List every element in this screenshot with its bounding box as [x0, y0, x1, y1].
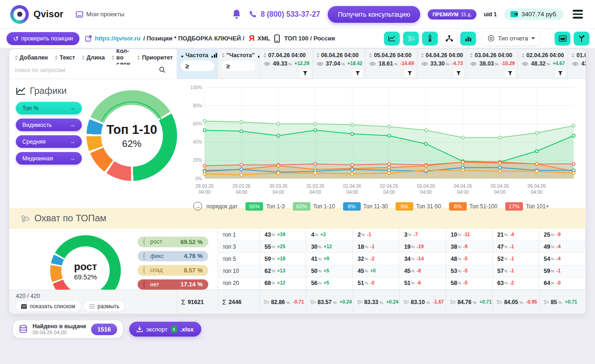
- database-icon: [19, 324, 28, 334]
- date-column-header[interactable]: 03.04.26 04:00 38.03%-10.29: [466, 49, 517, 79]
- legend-item[interactable]: 17%Топ 101+: [505, 202, 549, 211]
- yandex-icon: Я: [249, 34, 255, 43]
- frequency-quoted-filter-input[interactable]: ≥: [222, 60, 255, 71]
- sort-icon[interactable]: [181, 53, 184, 58]
- sum-frequency: Σ91621: [177, 290, 218, 314]
- coverage-section: рост69.52% рост69.52 %фикс4.76 %спад8.57…: [9, 229, 586, 290]
- date-column-header[interactable]: 07.04.26 04:00 49.33%+12.29: [259, 49, 312, 79]
- sort-icon[interactable]: [470, 53, 473, 58]
- nav-my-projects[interactable]: Мои проекты: [76, 11, 125, 18]
- svg-text:04.04.26: 04.04.26: [454, 184, 472, 189]
- date-column-header[interactable]: 05.04.26 04:00 18.61%-14.69: [365, 49, 416, 79]
- share-view-button[interactable]: [441, 32, 457, 46]
- table-header: ДобавленТекстДлинаКол-во словПриоритет Ч…: [9, 49, 586, 79]
- filter-icon[interactable]: [555, 69, 565, 77]
- chart-tab-Медианная[interactable]: Медианная→: [16, 152, 82, 165]
- date-order-icon[interactable]: →: [193, 202, 202, 211]
- scope-label: ТОП 100 / Россия: [284, 35, 335, 42]
- filter-icon[interactable]: [353, 69, 363, 77]
- sort-icon[interactable]: [137, 55, 140, 60]
- sort-icon[interactable]: [421, 53, 424, 58]
- top-row-value: 19%-19: [399, 241, 446, 253]
- phone-number[interactable]: 8 (800) 533-37-27: [249, 10, 320, 19]
- summary-row: 420 / 420 показать списком размыть Σ9162…: [9, 290, 586, 314]
- table-icon: [21, 304, 27, 309]
- sort-icon[interactable]: [317, 53, 319, 58]
- export-xlsx-button[interactable]: экспорт x .xlsx: [129, 322, 201, 337]
- top-row-value: 10%-11: [446, 229, 493, 241]
- sort-icon[interactable]: [112, 55, 114, 60]
- calendar-button[interactable]: [555, 32, 570, 46]
- top-row-value: 41%+9: [306, 253, 353, 265]
- circles-icon: [263, 299, 270, 305]
- sort-icon[interactable]: [369, 53, 372, 58]
- bell-icon[interactable]: [231, 9, 242, 20]
- fork-button[interactable]: [574, 32, 589, 46]
- arrow-right-icon: →: [70, 105, 76, 112]
- premium-badge[interactable]: ПРЕМИУМ15 д.: [428, 9, 476, 20]
- svg-text:100%: 100%: [190, 85, 202, 90]
- chart-tab-Видимость[interactable]: Видимость→: [16, 119, 82, 131]
- histogram-icon[interactable]: [212, 53, 217, 58]
- column-header[interactable]: Текст: [55, 54, 75, 61]
- chart-view-button[interactable]: [384, 32, 400, 46]
- sort-icon[interactable]: [82, 55, 85, 60]
- top-row-value: 32%-2: [353, 253, 399, 265]
- column-header[interactable]: Приоритет: [137, 54, 172, 61]
- svg-text:40%: 40%: [193, 139, 202, 145]
- top-row-value: 47%-1: [493, 241, 539, 253]
- legend-item[interactable]: 8%Топ 51-100: [449, 202, 497, 211]
- svg-text:04:00: 04:00: [198, 190, 210, 195]
- balance-pill[interactable]: 3407.74 руб.: [504, 8, 563, 20]
- positions-line-chart: 0%20%40%60%80%100%28.03.2604:0029.03.260…: [188, 84, 581, 201]
- legend-item[interactable]: 62%Топ 1-10: [293, 202, 335, 211]
- sort-icon[interactable]: [522, 53, 524, 58]
- sort-icon[interactable]: [572, 53, 575, 58]
- menu-icon[interactable]: [571, 8, 585, 20]
- legend-item[interactable]: 55%Топ 1-3: [245, 202, 284, 211]
- svg-text:28.03.26: 28.03.26: [196, 184, 214, 189]
- coverage-view-button[interactable]: [403, 32, 419, 46]
- consult-button[interactable]: Получить консультацию: [328, 6, 421, 23]
- check-positions-button[interactable]: ↺ проверить позиции: [7, 32, 79, 45]
- filter-icon[interactable]: [300, 69, 310, 77]
- chart-tab-Средняя[interactable]: Средняя→: [16, 135, 82, 148]
- show-list-button[interactable]: показать списком: [16, 301, 80, 311]
- sort-icon[interactable]: [15, 55, 18, 60]
- views-icon: [572, 61, 579, 66]
- sort-icon[interactable]: [264, 53, 266, 58]
- column-header[interactable]: Добавлен: [15, 54, 48, 61]
- date-column-header[interactable]: 06.04.26 04:00 37.04%+18.42: [312, 49, 365, 79]
- svg-text:80%: 80%: [193, 103, 202, 108]
- coverage-total: 85%+0.71: [539, 290, 586, 314]
- phone-icon: [249, 10, 257, 18]
- frequency-filter-input[interactable]: ≥: [181, 60, 214, 71]
- chart-tab-Топ %[interactable]: Топ %→: [16, 102, 82, 114]
- qvisor-logo-icon[interactable]: [10, 5, 29, 24]
- sum-frequency-quoted: Σ2446: [218, 290, 259, 314]
- blur-button[interactable]: размыть: [84, 301, 125, 311]
- legend-item[interactable]: 8%Топ 11-30: [343, 202, 388, 211]
- site-link[interactable]: https://qvisor.ru: [95, 35, 140, 42]
- column-header[interactable]: Длина: [82, 54, 105, 61]
- views-icon: [421, 61, 428, 66]
- sort-icon[interactable]: [55, 55, 58, 60]
- bar-view-button[interactable]: [460, 32, 476, 46]
- chevron-down-icon: [531, 37, 535, 40]
- circles-icon: [450, 299, 456, 305]
- filter-icon[interactable]: [405, 69, 415, 77]
- coverage-total: 83.10%-1.67: [399, 290, 446, 314]
- sort-icon[interactable]: [222, 53, 225, 58]
- top-row-value: 21%-4: [493, 229, 539, 241]
- top-row-value: 62%+13: [260, 265, 306, 278]
- date-column-header[interactable]: 02.04.26 04:00 48.32%+4.67: [517, 49, 568, 79]
- legend-item[interactable]: 5%Топ 31-50: [396, 202, 441, 211]
- filter-icon[interactable]: [505, 69, 515, 77]
- report-type-dropdown[interactable]: Тип отчета: [482, 32, 541, 46]
- top-row-value: 63%-2: [493, 278, 539, 290]
- date-column-header[interactable]: 04.04.26 04:00 33.30%-4.73: [417, 49, 466, 79]
- search-input[interactable]: [15, 65, 171, 76]
- date-column-header[interactable]: 01.04.26 04:00 43.65%-7.26: [568, 49, 586, 79]
- filter-icon[interactable]: [454, 69, 463, 77]
- thermometer-view-button[interactable]: [422, 32, 438, 46]
